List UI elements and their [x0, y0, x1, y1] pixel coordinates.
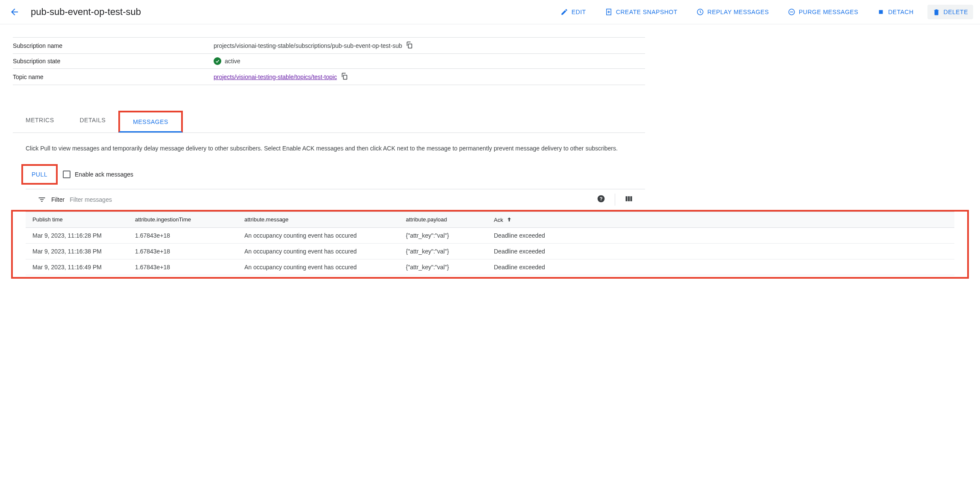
cell-publish-time: Mar 9, 2023, 11:16:28 PM — [32, 232, 135, 239]
svg-rect-12 — [628, 196, 630, 201]
th-ack-label: Ack — [494, 217, 503, 223]
replay-icon — [696, 8, 704, 16]
delete-icon — [933, 8, 940, 16]
page-header: pub-sub-event-op-test-sub EDIT CREATE SN… — [0, 0, 980, 24]
pull-controls: PULL Enable ack messages — [21, 164, 637, 185]
sort-ascending-icon — [506, 216, 513, 223]
cell-ingestion-time: 1.67843e+18 — [135, 232, 244, 239]
filter-help-button[interactable]: ? — [597, 194, 605, 205]
detail-subscription-name: Subscription name projects/visionai-test… — [13, 38, 645, 54]
delete-label: DELETE — [944, 9, 968, 15]
subscription-state-label: Subscription state — [13, 58, 214, 65]
enable-ack-checkbox[interactable] — [63, 171, 70, 178]
edit-label: EDIT — [572, 9, 586, 15]
replay-messages-button[interactable]: REPLAY MESSAGES — [691, 5, 774, 19]
page-title: pub-sub-event-op-test-sub — [31, 6, 547, 18]
cell-payload: {"attr_key":"val"} — [406, 232, 494, 239]
th-publish-time[interactable]: Publish time — [32, 216, 135, 223]
create-snapshot-button[interactable]: CREATE SNAPSHOT — [600, 5, 683, 19]
delete-button[interactable]: DELETE — [927, 5, 973, 19]
cell-payload: {"attr_key":"val"} — [406, 248, 494, 255]
columns-button[interactable] — [625, 194, 633, 205]
detach-button[interactable]: DETACH — [872, 5, 919, 19]
cell-message: An occupancy counting event has occured — [244, 248, 406, 255]
svg-text:?: ? — [599, 196, 602, 201]
cell-ingestion-time: 1.67843e+18 — [135, 248, 244, 255]
purge-label: PURGE MESSAGES — [799, 9, 858, 15]
detach-label: DETACH — [888, 9, 914, 15]
cell-ack: Deadline exceeded — [494, 232, 579, 239]
filter-bar: Filter ? — [26, 189, 645, 210]
subscription-details: Subscription name projects/visionai-test… — [13, 37, 645, 85]
messages-help-text: Click Pull to view messages and temporar… — [26, 144, 632, 153]
tabs: METRICS DETAILS MESSAGES — [13, 111, 645, 133]
filter-input[interactable] — [70, 196, 592, 203]
filter-label: Filter — [51, 196, 65, 203]
arrow-left-icon — [9, 7, 20, 17]
copy-icon — [405, 41, 413, 49]
cell-ack: Deadline exceeded — [494, 248, 579, 255]
topic-name-link[interactable]: projects/visionai-testing-stable/topics/… — [214, 74, 337, 80]
check-icon — [215, 59, 220, 64]
copy-icon — [340, 72, 348, 80]
subscription-name-value: projects/visionai-testing-stable/subscri… — [214, 42, 402, 49]
table-row: Mar 9, 2023, 11:16:28 PM1.67843e+18An oc… — [26, 228, 954, 244]
topic-name-label: Topic name — [13, 74, 214, 80]
copy-subscription-name-button[interactable] — [405, 41, 413, 50]
edit-button[interactable]: EDIT — [555, 5, 591, 19]
purge-messages-button[interactable]: PURGE MESSAGES — [783, 5, 863, 19]
columns-icon — [625, 194, 633, 203]
replay-label: REPLAY MESSAGES — [707, 9, 769, 15]
edit-icon — [560, 8, 568, 16]
back-button[interactable] — [7, 4, 22, 20]
th-ack[interactable]: Ack — [494, 216, 579, 223]
messages-table: Publish time attribute.ingestionTime att… — [26, 212, 954, 275]
th-payload[interactable]: attribute.payload — [406, 216, 494, 223]
tab-details[interactable]: DETAILS — [67, 111, 119, 133]
detail-topic-name: Topic name projects/visionai-testing-sta… — [13, 69, 645, 85]
th-message[interactable]: attribute.message — [244, 216, 406, 223]
pull-button[interactable]: PULL — [21, 164, 58, 185]
svg-rect-7 — [408, 44, 412, 48]
svg-rect-11 — [626, 196, 628, 201]
th-ingestion-time[interactable]: attribute.ingestionTime — [135, 216, 244, 223]
purge-icon — [788, 8, 795, 16]
subscription-name-label: Subscription name — [13, 42, 214, 49]
cell-publish-time: Mar 9, 2023, 11:16:49 PM — [32, 264, 135, 271]
tab-messages[interactable]: MESSAGES — [118, 111, 183, 133]
cell-message: An occupancy counting event has occured — [244, 264, 406, 271]
status-active-icon — [214, 57, 221, 65]
cell-publish-time: Mar 9, 2023, 11:16:38 PM — [32, 248, 135, 255]
subscription-state-value: active — [225, 58, 241, 65]
svg-rect-8 — [343, 75, 346, 80]
cell-ack: Deadline exceeded — [494, 264, 579, 271]
enable-ack-label: Enable ack messages — [75, 171, 133, 178]
help-icon: ? — [597, 194, 605, 203]
snapshot-label: CREATE SNAPSHOT — [616, 9, 678, 15]
table-header: Publish time attribute.ingestionTime att… — [26, 212, 954, 228]
cell-payload: {"attr_key":"val"} — [406, 264, 494, 271]
filter-icon — [38, 195, 46, 204]
svg-rect-13 — [630, 196, 632, 201]
copy-topic-name-button[interactable] — [340, 72, 348, 81]
table-row: Mar 9, 2023, 11:16:49 PM1.67843e+18An oc… — [26, 259, 954, 275]
cell-ingestion-time: 1.67843e+18 — [135, 264, 244, 271]
snapshot-icon — [605, 8, 613, 16]
tab-metrics[interactable]: METRICS — [13, 111, 67, 133]
cell-message: An occupancy counting event has occured — [244, 232, 406, 239]
detach-icon — [877, 8, 885, 16]
divider — [615, 194, 615, 206]
svg-rect-6 — [879, 10, 883, 14]
enable-ack-checkbox-wrap: Enable ack messages — [63, 171, 133, 178]
table-row: Mar 9, 2023, 11:16:38 PM1.67843e+18An oc… — [26, 244, 954, 259]
detail-subscription-state: Subscription state active — [13, 54, 645, 69]
messages-table-highlight: Publish time attribute.ingestionTime att… — [11, 210, 969, 279]
